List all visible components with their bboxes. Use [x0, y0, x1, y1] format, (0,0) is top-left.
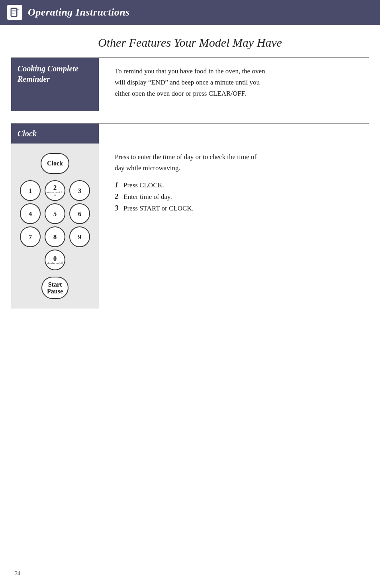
key-1-label: 1 [29, 187, 32, 194]
clock-intro-text: Press to enter the time of day or to che… [115, 151, 266, 174]
clock-header-row: Clock [11, 124, 369, 144]
clock-content: Press to enter the time of day or to che… [99, 144, 369, 309]
page-number: 24 [14, 570, 20, 577]
key-8[interactable]: 8 [45, 226, 65, 247]
key-3-label: 3 [78, 187, 82, 194]
key-4[interactable]: 4 [20, 203, 41, 224]
key-2[interactable]: 2 minute cook 1-6 [45, 180, 65, 201]
key-8-label: 8 [53, 234, 57, 240]
key-7[interactable]: 7 [20, 226, 41, 247]
cooking-complete-section: Cooking CompleteReminder To remind you t… [11, 58, 369, 111]
step-1-text: Press CLOCK. [123, 181, 164, 189]
key-6[interactable]: 6 [69, 203, 90, 224]
clock-label: Clock [18, 128, 37, 139]
clock-label-box: Clock [11, 124, 99, 144]
start-label: Start [48, 281, 62, 288]
clock-steps-list: 1 Press CLOCK. 2 Enter time of day. 3 Pr… [115, 181, 357, 212]
key-6-label: 6 [78, 210, 82, 217]
clock-step-2: 2 Enter time of day. [115, 193, 357, 201]
step-1-num: 1 [115, 181, 123, 189]
step-3-text: Press START or CLOCK. [123, 205, 194, 212]
cooking-complete-text: To remind you that you have food in the … [115, 66, 266, 99]
pause-label: Pause [47, 288, 63, 295]
clock-step-1: 1 Press CLOCK. [115, 181, 357, 189]
clock-body: Clock 1 2 minute cook 1-6 3 4 [11, 144, 369, 309]
step-2-num: 2 [115, 193, 123, 201]
book-icon [10, 7, 20, 18]
key-7-label: 7 [29, 234, 32, 240]
clock-keypad-panel: Clock 1 2 minute cook 1-6 3 4 [11, 144, 99, 309]
key-9-label: 9 [78, 234, 82, 240]
clock-step-3: 3 Press START or CLOCK. [115, 204, 357, 212]
key-9[interactable]: 9 [69, 226, 90, 247]
keypad-row-1: 1 2 minute cook 1-6 3 [20, 180, 90, 201]
key-5-label: 5 [53, 210, 57, 217]
header-bar: Operating Instructions [0, 0, 380, 25]
keypad-row-4: 0 display on/off [45, 250, 65, 270]
header-title: Operating Instructions [28, 6, 130, 18]
key-0-label: 0 [53, 255, 57, 262]
cooking-complete-content: To remind you that you have food in the … [99, 58, 369, 111]
cooking-complete-label: Cooking CompleteReminder [18, 63, 78, 84]
keypad-row-2: 4 5 6 [20, 203, 90, 224]
key-0[interactable]: 0 display on/off [45, 250, 65, 270]
svg-rect-1 [12, 9, 16, 16]
key-0-sublabel: display on/off [47, 262, 63, 265]
clock-button-label: Clock [47, 160, 63, 167]
page-subtitle: Other Features Your Model May Have [0, 25, 380, 57]
header-icon [7, 5, 22, 20]
section-gap [0, 111, 380, 123]
start-pause-button[interactable]: Start Pause [41, 277, 69, 299]
keypad-row-3: 7 8 9 [20, 226, 90, 247]
key-3[interactable]: 3 [69, 180, 90, 201]
key-1[interactable]: 1 [20, 180, 41, 201]
step-2-text: Enter time of day. [123, 193, 172, 201]
key-5[interactable]: 5 [45, 203, 65, 224]
key-2-label: 2 [53, 184, 57, 191]
step-3-num: 3 [115, 204, 123, 212]
key-4-label: 4 [29, 210, 32, 217]
clock-button[interactable]: Clock [41, 153, 69, 174]
keypad: Clock 1 2 minute cook 1-6 3 4 [18, 153, 92, 299]
cooking-complete-label-box: Cooking CompleteReminder [11, 58, 99, 111]
key-2-sublabel: minute cook 1-6 [46, 191, 64, 197]
